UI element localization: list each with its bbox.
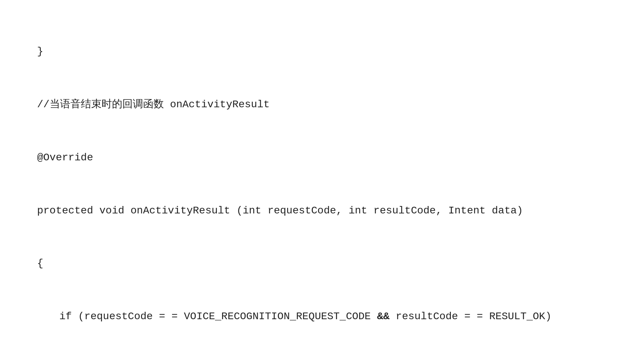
code-line-2: //当语音结束时的回调函数 onActivityResult bbox=[15, 96, 629, 114]
code-line-1: } bbox=[15, 43, 629, 61]
code-line-4: protected void onActivityResult (int req… bbox=[15, 202, 629, 220]
code-line-3: @Override bbox=[15, 149, 629, 167]
code-line-7: { bbox=[15, 361, 629, 363]
code-container: } //当语音结束时的回调函数 onActivityResult @Overri… bbox=[15, 7, 629, 363]
code-line-6: if (requestCode = = VOICE_RECOGNITION_RE… bbox=[15, 308, 629, 326]
code-line-5: { bbox=[15, 255, 629, 272]
